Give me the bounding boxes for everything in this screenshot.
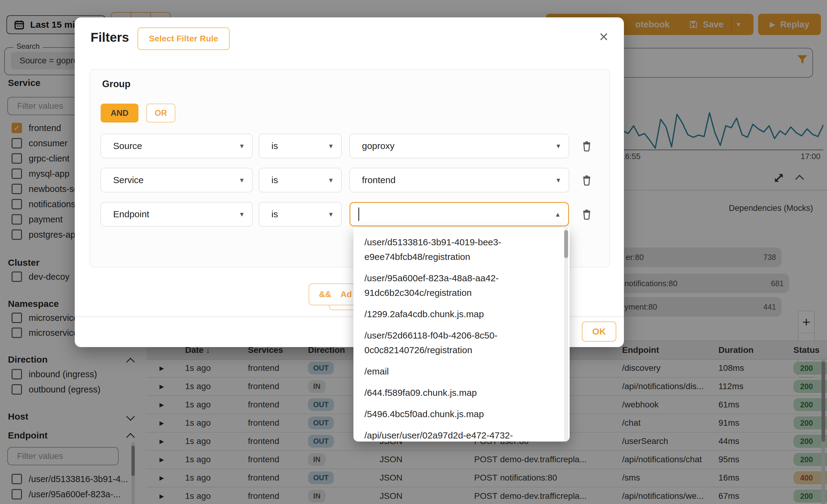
dropdown-option-line: /email: [364, 364, 560, 379]
modal-title: Filters: [91, 30, 129, 45]
value-select[interactable]: frontend▾: [349, 168, 569, 192]
dropdown-scrollbar[interactable]: [564, 228, 568, 442]
dropdown-option-line: /5496.4bc5f0ad.chunk.js.map: [364, 407, 560, 422]
dropdown-option-line: e9ee74bfcb48/registration: [364, 249, 560, 264]
operator-select-value: is: [272, 209, 278, 219]
filter-rule-row: Service▾is▾frontend▾: [101, 168, 595, 192]
chevron-down-icon: ▾: [329, 142, 333, 150]
operator-select[interactable]: is▾: [259, 134, 342, 158]
select-filter-rule-button[interactable]: Select Filter Rule: [138, 27, 230, 50]
filter-rule-row: Source▾is▾goproxy▾: [101, 134, 595, 158]
chevron-down-icon: ▾: [556, 176, 560, 184]
dropdown-option[interactable]: /user/52d66118-f04b-4206-8c50-0c0c821407…: [364, 328, 560, 357]
dropdown-option[interactable]: /644.f589fa09.chunk.js.map: [364, 386, 560, 400]
delete-rule-button[interactable]: [581, 140, 593, 152]
or-operator-button[interactable]: OR: [146, 104, 175, 122]
text-cursor: [358, 208, 359, 221]
delete-rule-button[interactable]: [581, 208, 593, 220]
dropdown-option[interactable]: /email: [364, 364, 560, 379]
dropdown-option-line: /api/user/user/02a97d2d-e472-4732-: [364, 428, 560, 442]
field-select-value: Service: [113, 175, 144, 185]
add-group-label: Ad: [340, 289, 352, 299]
trash-icon: [581, 208, 593, 220]
filter-rule-rows: Source▾is▾goproxy▾Service▾is▾frontend▾En…: [101, 134, 595, 236]
value-select[interactable]: goproxy▾: [349, 134, 569, 158]
operator-select-value: is: [272, 175, 278, 185]
chevron-down-icon: ▾: [240, 176, 244, 184]
dropdown-option[interactable]: /api/user/user/02a97d2d-e472-4732-: [364, 428, 560, 442]
value-select[interactable]: ▴: [349, 202, 569, 226]
chevron-down-icon: ▾: [240, 142, 244, 150]
dropdown-option-list: /user/d5133816-3b91-4019-bee3-e9ee74bfcb…: [353, 235, 560, 442]
operator-select-value: is: [272, 141, 278, 151]
field-select[interactable]: Service▾: [101, 168, 252, 192]
and-operator-button[interactable]: AND: [101, 104, 138, 122]
dropdown-option[interactable]: /user/d5133816-3b91-4019-bee3-e9ee74bfcb…: [364, 235, 560, 264]
dropdown-option-line: /user/d5133816-3b91-4019-bee3-: [364, 235, 560, 249]
dropdown-option-line: /644.f589fa09.chunk.js.map: [364, 386, 560, 400]
chevron-down-icon: ▾: [329, 210, 333, 219]
delete-rule-button[interactable]: [581, 174, 593, 186]
dropdown-option-line: 0c0c82140726/registration: [364, 343, 560, 357]
dropdown-option-line: /user/95a600ef-823a-48a8-aa42-: [364, 271, 560, 285]
dropdown-option[interactable]: /user/95a600ef-823a-48a8-aa42-91dc6b2c30…: [364, 271, 560, 300]
field-select[interactable]: Source▾: [101, 134, 252, 158]
close-icon[interactable]: ×: [593, 26, 615, 47]
dropdown-option[interactable]: /1299.2afa4cdb.chunk.js.map: [364, 307, 560, 322]
field-select-value: Endpoint: [113, 209, 149, 219]
group-label: Group: [102, 78, 131, 90]
field-select[interactable]: Endpoint▾: [101, 202, 252, 226]
operator-select[interactable]: is▾: [259, 168, 342, 192]
chevron-down-icon: ▾: [240, 210, 244, 219]
trash-icon: [581, 174, 593, 186]
dropdown-option[interactable]: /5496.4bc5f0ad.chunk.js.map: [364, 407, 560, 422]
add-group-symbol: &&: [319, 289, 331, 299]
trash-icon: [581, 140, 593, 152]
endpoint-value-dropdown: /user/d5133816-3b91-4019-bee3-e9ee74bfcb…: [353, 228, 570, 442]
filter-rule-row: Endpoint▾is▾▴: [101, 202, 595, 226]
dropdown-option-line: /1299.2afa4cdb.chunk.js.map: [364, 307, 560, 322]
dropdown-option-line: /user/52d66118-f04b-4206-8c50-: [364, 328, 560, 343]
operator-select[interactable]: is▾: [259, 202, 342, 226]
field-select-value: Source: [113, 141, 142, 151]
chevron-down-icon: ▾: [329, 176, 333, 184]
value-select-value: frontend: [362, 175, 395, 185]
value-select-value: goproxy: [362, 141, 395, 151]
ok-button[interactable]: OK: [582, 322, 616, 342]
chevron-up-icon: ▴: [556, 210, 560, 219]
chevron-down-icon: ▾: [556, 142, 560, 150]
app-window: Last 15 min otebook Save ▾ ▶ Replay Sear…: [0, 0, 827, 504]
dropdown-scrollbar-thumb[interactable]: [564, 230, 568, 258]
dropdown-option-line: 91dc6b2c304c/registration: [364, 285, 560, 300]
